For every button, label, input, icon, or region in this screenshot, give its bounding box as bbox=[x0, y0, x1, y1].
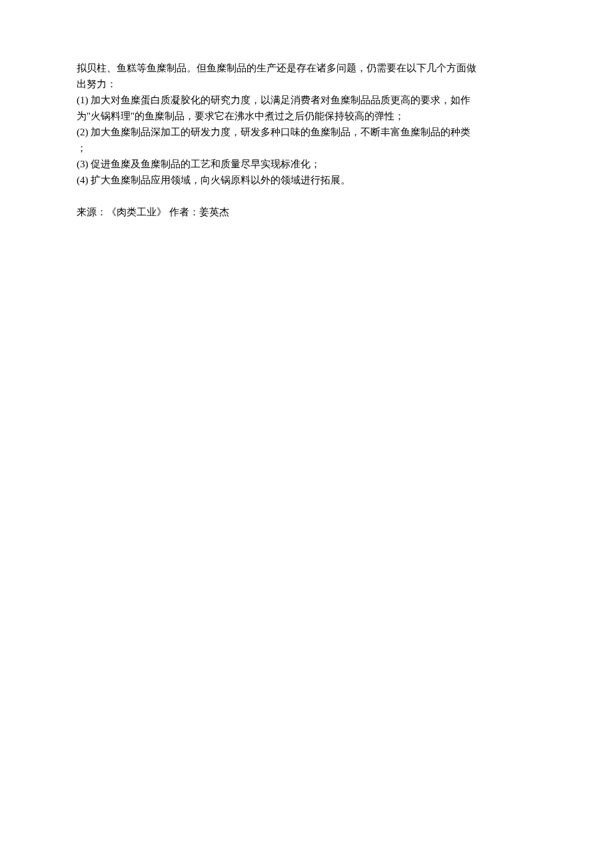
item2-text-line2: ； bbox=[77, 143, 87, 153]
source-text: 来源：《肉类工业》 作者：姜英杰 bbox=[77, 207, 229, 217]
list-item-4: (4) 扩大鱼糜制品应用领域，向火锅原料以外的领域进行拓展。 bbox=[77, 172, 536, 188]
item4-text: (4) 扩大鱼糜制品应用领域，向火锅原料以外的领域进行拓展。 bbox=[77, 175, 350, 185]
item3-text: (3) 促进鱼糜及鱼糜制品的工艺和质量尽早实现标准化； bbox=[77, 159, 320, 169]
list-item-1: (1) 加大对鱼糜蛋白质凝胶化的研究力度，以满足消费者对鱼糜制品品质更高的要求，… bbox=[77, 92, 536, 124]
list-item-3: (3) 促进鱼糜及鱼糜制品的工艺和质量尽早实现标准化； bbox=[77, 156, 536, 172]
intro-text-line1: 拟贝柱、鱼糕等鱼糜制品。但鱼糜制品的生产还是存在诸多问题，仍需要在以下几个方面做 bbox=[77, 63, 476, 73]
document-content: 拟贝柱、鱼糕等鱼糜制品。但鱼糜制品的生产还是存在诸多问题，仍需要在以下几个方面做… bbox=[77, 60, 536, 220]
source-attribution: 来源：《肉类工业》 作者：姜英杰 bbox=[77, 204, 536, 220]
item1-text-line2: 为"火锅料理"的鱼糜制品，要求它在沸水中煮过之后仍能保持较高的弹性； bbox=[77, 111, 404, 121]
intro-paragraph: 拟贝柱、鱼糕等鱼糜制品。但鱼糜制品的生产还是存在诸多问题，仍需要在以下几个方面做… bbox=[77, 60, 536, 92]
item2-text-line1: (2) 加大鱼糜制品深加工的研发力度，研发多种口味的鱼糜制品，不断丰富鱼糜制品的… bbox=[77, 127, 470, 137]
item1-text-line1: (1) 加大对鱼糜蛋白质凝胶化的研究力度，以满足消费者对鱼糜制品品质更高的要求，… bbox=[77, 95, 470, 105]
list-item-2: (2) 加大鱼糜制品深加工的研发力度，研发多种口味的鱼糜制品，不断丰富鱼糜制品的… bbox=[77, 124, 536, 156]
intro-text-line2: 出努力： bbox=[77, 79, 117, 89]
